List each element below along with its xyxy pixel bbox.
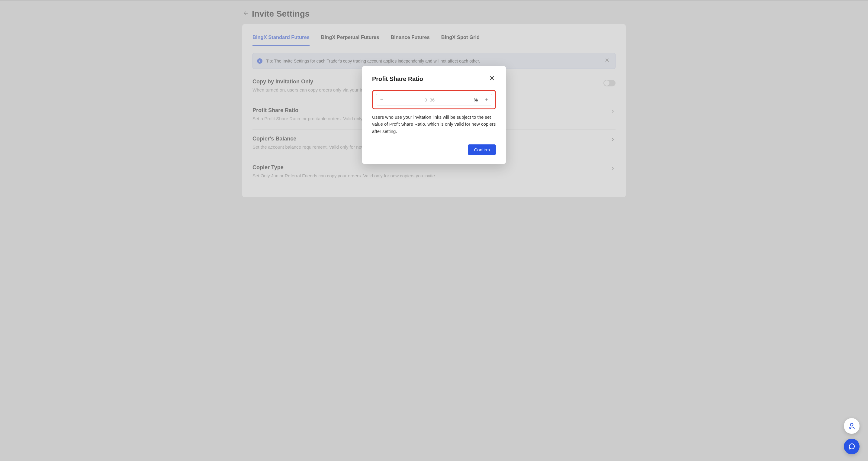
confirm-button[interactable]: Confirm bbox=[468, 145, 496, 155]
decrement-button[interactable] bbox=[376, 94, 387, 105]
modal-actions: Confirm bbox=[372, 145, 496, 155]
profit-share-stepper: % bbox=[376, 94, 492, 105]
modal-overlay[interactable]: Profit Share Ratio % Users who use your … bbox=[0, 1, 868, 461]
increment-button[interactable] bbox=[481, 94, 492, 105]
chat-icon bbox=[848, 443, 855, 450]
person-icon bbox=[848, 422, 856, 430]
input-highlight-box: % bbox=[372, 90, 496, 110]
modal-header: Profit Share Ratio bbox=[372, 74, 496, 83]
fab-stack bbox=[844, 418, 860, 454]
chat-fab[interactable] bbox=[844, 439, 860, 454]
support-fab[interactable] bbox=[844, 418, 860, 434]
modal-description: Users who use your invitation links will… bbox=[372, 114, 496, 135]
svg-point-8 bbox=[850, 423, 853, 426]
modal-close-button[interactable] bbox=[488, 74, 496, 83]
percent-unit: % bbox=[472, 94, 481, 105]
profit-share-modal: Profit Share Ratio % Users who use your … bbox=[362, 66, 506, 164]
modal-title: Profit Share Ratio bbox=[372, 75, 423, 83]
profit-share-input[interactable] bbox=[387, 94, 472, 105]
